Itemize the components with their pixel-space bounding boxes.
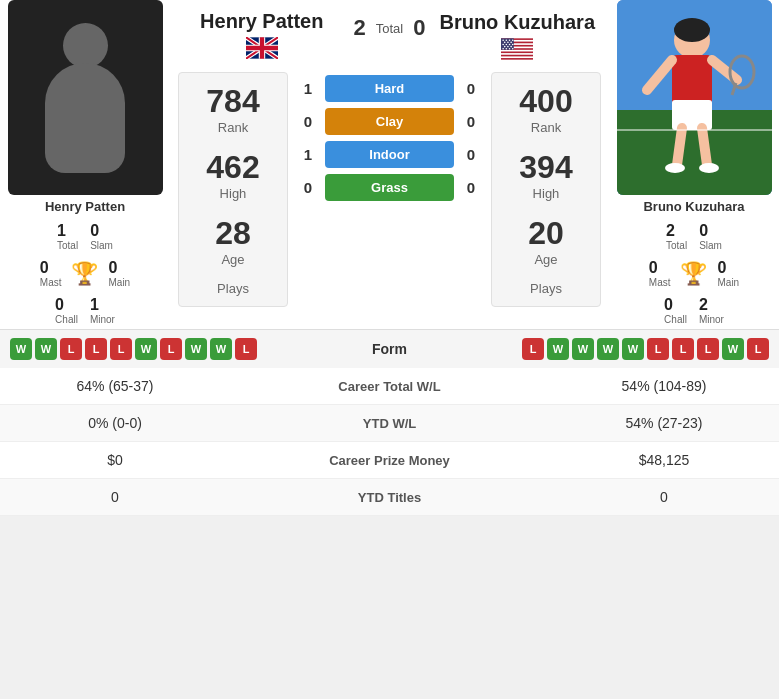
total-score-row: 2 Total 0	[354, 10, 426, 41]
stats-row-2: $0 Career Prize Money $48,125	[0, 442, 779, 479]
form-badge-left-w: W	[210, 338, 232, 360]
svg-point-39	[665, 163, 685, 173]
stats-center-3: YTD Titles	[215, 490, 564, 505]
svg-line-38	[702, 128, 707, 165]
stats-left-3: 0	[15, 489, 215, 505]
right-mast-stat: 0 Mast	[643, 255, 677, 292]
stats-right-2: $48,125	[564, 452, 764, 468]
svg-point-40	[699, 163, 719, 173]
left-main-stat: 0 Main	[102, 255, 136, 292]
svg-point-11	[509, 39, 511, 41]
form-badge-left-l: L	[60, 338, 82, 360]
stats-center-1: YTD W/L	[215, 416, 564, 431]
right-plays-block: Plays	[530, 281, 562, 296]
right-player-name: Bruno Kuzuhara	[439, 10, 595, 34]
right-age-block: 20 Age	[528, 215, 564, 267]
stats-row-0: 64% (65-37) Career Total W/L 54% (104-89…	[0, 368, 779, 405]
grass-surface-row: 0 Grass 0	[294, 174, 485, 201]
form-badge-left-l: L	[85, 338, 107, 360]
indoor-surface-btn[interactable]: Indoor	[325, 141, 454, 168]
svg-point-17	[506, 44, 508, 46]
right-high-block: 394 High	[519, 149, 572, 201]
svg-point-20	[504, 46, 506, 48]
left-name-block: Henry Patten	[170, 10, 354, 63]
left-silhouette	[45, 23, 125, 173]
svg-rect-31	[672, 55, 712, 105]
form-badge-left-w: W	[35, 338, 57, 360]
right-stat-panel: 400 Rank 394 High 20 Age Plays	[491, 72, 601, 307]
left-player-name-label: Henry Patten	[45, 199, 125, 214]
left-total-stat: 1 Total	[51, 218, 84, 255]
clay-surface-row: 0 Clay 0	[294, 108, 485, 135]
svg-rect-5	[501, 50, 533, 52]
hard-surface-row: 1 Hard 0	[294, 75, 485, 102]
right-player-svg	[617, 0, 772, 195]
form-badge-right-w: W	[622, 338, 644, 360]
form-badge-right-w: W	[547, 338, 569, 360]
right-total-stat: 2 Total	[660, 218, 693, 255]
left-age-block: 28 Age	[215, 215, 251, 267]
form-badge-left-w: W	[185, 338, 207, 360]
left-rank-block: 784 Rank	[206, 83, 259, 135]
svg-rect-7	[501, 56, 533, 58]
clay-surface-btn[interactable]: Clay	[325, 108, 454, 135]
us-flag-svg	[501, 38, 533, 60]
form-badge-right-w: W	[597, 338, 619, 360]
svg-point-9	[503, 39, 505, 41]
svg-point-19	[512, 44, 514, 46]
form-badge-right-l: L	[522, 338, 544, 360]
svg-point-21	[507, 46, 509, 48]
left-mast-stat: 0 Mast	[34, 255, 68, 292]
form-badge-left-l: L	[160, 338, 182, 360]
uk-flag-svg	[246, 37, 278, 59]
stats-center-0: Career Total W/L	[215, 379, 564, 394]
left-form-badges: WWLLLWLWWL	[10, 338, 257, 360]
form-badge-right-w: W	[722, 338, 744, 360]
stats-left-2: $0	[15, 452, 215, 468]
form-badge-right-l: L	[697, 338, 719, 360]
right-name-block: Bruno Kuzuhara	[425, 10, 609, 64]
right-main-stat: 0 Main	[711, 255, 745, 292]
stats-right-1: 54% (27-23)	[564, 415, 764, 431]
total-score-right: 0	[413, 15, 425, 41]
right-slam-stat: 0 Slam	[693, 218, 728, 255]
center-col: Henry Patten 2 T	[170, 0, 609, 329]
svg-point-18	[509, 44, 511, 46]
right-flag	[501, 38, 533, 64]
left-player-photo	[8, 0, 163, 195]
svg-point-25	[509, 48, 511, 50]
hard-surface-btn[interactable]: Hard	[325, 75, 454, 102]
svg-point-16	[503, 44, 505, 46]
sil-head-left	[63, 23, 108, 68]
svg-point-23	[503, 48, 505, 50]
stats-row-3: 0 YTD Titles 0	[0, 479, 779, 516]
left-minor-stat: 1 Minor	[84, 292, 121, 329]
total-score-label: Total	[376, 21, 403, 36]
svg-point-24	[506, 48, 508, 50]
form-badge-left-w: W	[10, 338, 32, 360]
grass-surface-btn[interactable]: Grass	[325, 174, 454, 201]
svg-point-13	[504, 42, 506, 44]
svg-point-14	[507, 42, 509, 44]
stats-right-0: 54% (104-89)	[564, 378, 764, 394]
stats-left-1: 0% (0-0)	[15, 415, 215, 431]
right-rank-block: 400 Rank	[519, 83, 572, 135]
svg-point-15	[511, 42, 513, 44]
form-section: WWLLLWLWWL Form LWWWWLLLWL	[0, 329, 779, 368]
stats-right-3: 0	[564, 489, 764, 505]
right-minor-stat: 2 Minor	[693, 292, 730, 329]
right-player-col: Bruno Kuzuhara 2 Total 0 Slam 0 Mast 🏆	[609, 0, 779, 329]
surface-section: 784 Rank 462 High 28 Age Plays	[170, 69, 609, 310]
left-high-block: 462 High	[206, 149, 259, 201]
main-container: Henry Patten 1 Total 0 Slam 0 Mast 🏆	[0, 0, 779, 516]
svg-point-22	[511, 46, 513, 48]
form-badge-right-l: L	[747, 338, 769, 360]
indoor-surface-row: 1 Indoor 0	[294, 141, 485, 168]
right-chall-stat: 0 Chall	[658, 292, 693, 329]
form-badge-right-w: W	[572, 338, 594, 360]
left-plays-block: Plays	[217, 281, 249, 296]
left-chall-stat: 0 Chall	[49, 292, 84, 329]
left-stat-panel: 784 Rank 462 High 28 Age Plays	[178, 72, 288, 307]
sil-body-left	[45, 63, 125, 173]
stats-center-2: Career Prize Money	[215, 453, 564, 468]
